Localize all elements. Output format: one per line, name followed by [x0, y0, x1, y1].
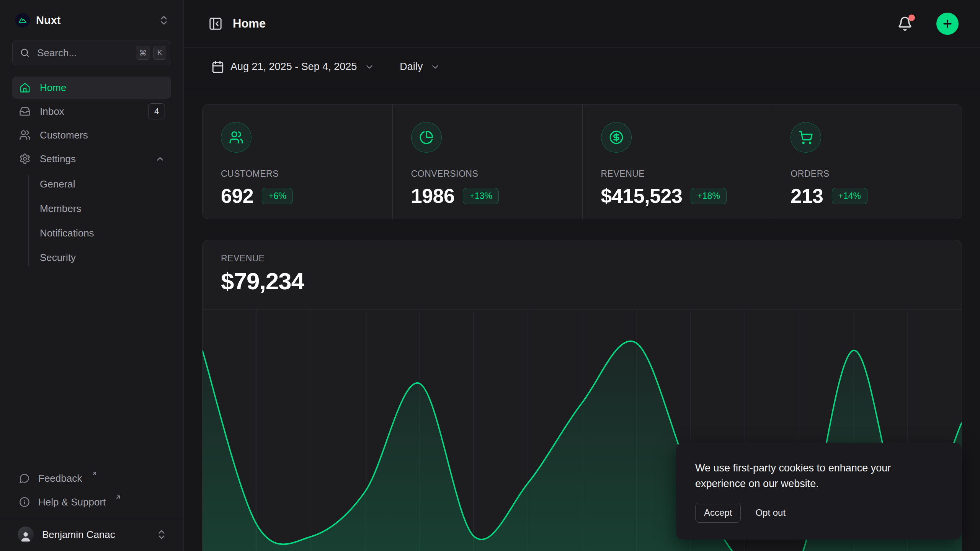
cookie-banner: We use first-party cookies to enhance yo…	[676, 443, 962, 540]
revenue-chart-label: REVENUE	[221, 253, 943, 264]
search-shortcut: ⌘ K	[136, 46, 166, 60]
inbox-count-badge: 4	[148, 103, 165, 119]
message-circle-icon	[19, 473, 30, 484]
feedback-label: Feedback	[38, 473, 82, 484]
cookie-message: We use first-party cookies to enhance yo…	[695, 460, 925, 491]
granularity-select[interactable]: Daily	[397, 57, 443, 77]
optout-cookies-button[interactable]: Opt out	[755, 507, 786, 518]
revenue-chart-header: REVENUE $79,234	[203, 240, 962, 295]
sidebar-item-customers[interactable]: Customers	[12, 124, 171, 146]
sidebar-nav: Home Inbox 4 Customers Settings Ge	[12, 77, 171, 269]
help-support-label: Help & Support	[38, 496, 106, 508]
date-range-value: Aug 21, 2025 - Sep 4, 2025	[230, 61, 357, 73]
dashboard-content: CUSTOMERS 692 +6% CONVERSIONS 1986 +13%	[184, 86, 980, 551]
chevron-down-icon	[364, 62, 374, 72]
chevron-up-icon	[155, 154, 165, 164]
sidebar-item-general[interactable]: General	[40, 172, 171, 196]
workspace-selector[interactable]: Nuxt	[12, 8, 171, 32]
stat-label: CONVERSIONS	[411, 169, 564, 179]
external-link-icon	[115, 494, 121, 500]
sidebar-item-label: Home	[40, 82, 165, 94]
stat-delta-badge: +6%	[262, 188, 293, 204]
kbd-k: K	[153, 46, 166, 60]
stat-card-conversions: CONVERSIONS 1986 +13%	[392, 104, 582, 219]
shopping-cart-icon	[791, 122, 821, 153]
sidebar-item-home[interactable]: Home	[12, 77, 171, 99]
accept-cookies-button[interactable]: Accept	[695, 503, 741, 523]
stat-card-orders: ORDERS 213 +14%	[772, 104, 962, 219]
date-range-picker[interactable]: Aug 21, 2025 - Sep 4, 2025	[208, 57, 377, 77]
avatar	[18, 527, 34, 543]
stat-value: $415,523	[601, 184, 683, 207]
user-menu[interactable]: Benjamin Canac	[12, 518, 171, 551]
inbox-icon	[19, 106, 31, 117]
settings-sub-list: General Members Notifications Security	[28, 172, 171, 269]
stat-delta-badge: +14%	[832, 188, 867, 204]
info-circle-icon	[19, 497, 30, 507]
sidebar-item-security[interactable]: Security	[40, 246, 171, 269]
external-link-icon	[91, 470, 98, 477]
stat-value: 213	[791, 184, 823, 207]
search-placeholder: Search...	[37, 47, 129, 59]
sidebar-toggle-button[interactable]	[208, 16, 223, 31]
granularity-value: Daily	[400, 61, 423, 73]
help-support-link[interactable]: Help & Support	[12, 490, 171, 514]
chevron-down-icon	[430, 62, 440, 72]
sidebar-item-settings[interactable]: Settings	[12, 148, 171, 170]
sidebar-footer: Feedback Help & Support Benjamin Canac	[12, 466, 171, 551]
feedback-link[interactable]: Feedback	[12, 466, 171, 490]
kbd-meta: ⌘	[136, 46, 150, 60]
sidebar-item-label: Inbox	[40, 106, 139, 117]
sidebar-item-label: Settings	[40, 153, 146, 165]
home-icon	[19, 82, 31, 93]
workspace-name: Nuxt	[36, 14, 152, 27]
search-icon	[20, 47, 30, 58]
add-button[interactable]	[936, 13, 959, 35]
stats-panel: CUSTOMERS 692 +6% CONVERSIONS 1986 +13%	[202, 104, 962, 219]
user-name: Benjamin Canac	[42, 529, 147, 541]
sidebar-item-label: Customers	[40, 129, 165, 141]
stat-label: CUSTOMERS	[221, 169, 374, 179]
stat-label: REVENUE	[601, 169, 754, 179]
nuxt-logo-icon	[15, 13, 30, 28]
stat-delta-badge: +13%	[463, 188, 498, 204]
chevrons-up-down-icon	[156, 529, 167, 540]
sidebar-item-inbox[interactable]: Inbox 4	[12, 100, 171, 122]
stat-value: 692	[221, 184, 253, 207]
pie-chart-icon	[411, 122, 442, 153]
filter-bar: Aug 21, 2025 - Sep 4, 2025 Daily	[184, 48, 980, 86]
circle-dollar-icon	[601, 122, 632, 153]
stat-value: 1986	[411, 184, 455, 207]
stat-label: ORDERS	[791, 169, 943, 179]
gear-icon	[19, 153, 31, 165]
sidebar-item-members[interactable]: Members	[40, 197, 171, 220]
page-title: Home	[233, 17, 887, 31]
main-area: Home Aug 21, 2025 - Sep 4, 2025 Daily	[184, 0, 980, 551]
sidebar: Nuxt Search... ⌘ K Home Inbox 4	[0, 0, 184, 551]
search-input[interactable]: Search... ⌘ K	[12, 41, 171, 65]
chevrons-up-down-icon	[158, 15, 170, 26]
stat-delta-badge: +18%	[691, 188, 726, 204]
users-icon	[221, 122, 252, 153]
stat-card-customers: CUSTOMERS 692 +6%	[203, 104, 392, 219]
users-icon	[19, 129, 31, 141]
revenue-chart-total: $79,234	[221, 267, 943, 295]
calendar-icon	[211, 60, 224, 73]
notification-dot	[908, 15, 915, 21]
sidebar-item-notifications[interactable]: Notifications	[40, 221, 171, 245]
notifications-button[interactable]	[897, 16, 913, 31]
stat-card-revenue: REVENUE $415,523 +18%	[582, 104, 772, 219]
page-header: Home	[184, 0, 980, 48]
